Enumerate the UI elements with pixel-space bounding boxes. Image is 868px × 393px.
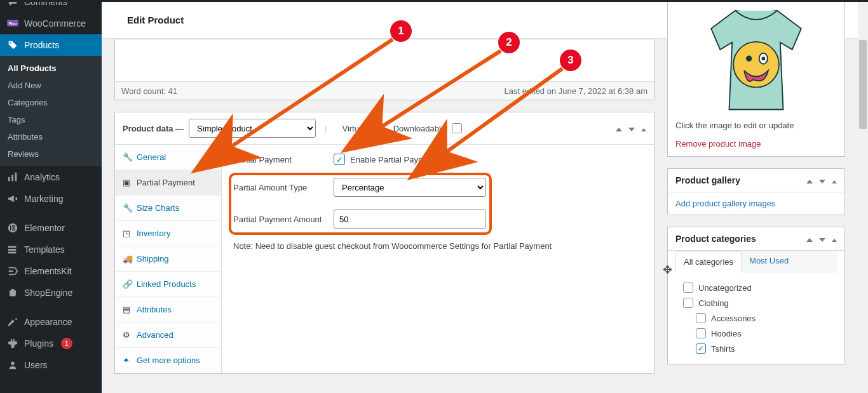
sidebar-item-label: ElementsKit <box>24 266 72 276</box>
svg-rect-3 <box>8 177 10 181</box>
category-tab-most-used[interactable]: Most Used <box>742 251 796 272</box>
subnav-attributes[interactable]: Attributes <box>0 128 102 145</box>
sidebar-item-woocommerce[interactable]: Woo WooCommerce <box>0 13 102 34</box>
wrench-icon: 🔧 <box>123 203 132 213</box>
sidebar-item-templates[interactable]: Templates <box>0 239 102 260</box>
annotation-badge-2: 2 <box>498 32 520 53</box>
truck-icon: 🚚 <box>123 254 132 263</box>
tab-size-charts[interactable]: 🔧Size Charts <box>115 196 221 221</box>
folder-icon: ▣ <box>123 178 132 187</box>
product-data-tabs: 🔧General ▣Partial Payment 🔧Size Charts ◳… <box>115 145 222 373</box>
svg-point-16 <box>762 57 766 60</box>
sidebar-item-shopengine[interactable]: ShopEngine <box>0 282 102 303</box>
panel-up-icon[interactable] <box>616 124 622 133</box>
woo-icon: Woo <box>6 17 19 30</box>
product-data-title: Product data — <box>123 124 184 133</box>
partial-amount-type-select[interactable]: Percentage <box>334 178 486 197</box>
attributes-icon: ▤ <box>123 305 132 314</box>
svg-rect-8 <box>12 225 15 227</box>
add-gallery-images-link[interactable]: Add product gallery images <box>675 199 776 208</box>
svg-point-14 <box>746 56 752 62</box>
product-image[interactable] <box>674 8 838 116</box>
tab-attributes[interactable]: ▤Attributes <box>115 297 221 323</box>
plugins-icon <box>6 337 19 350</box>
sidebar-item-label: WooCommerce <box>24 18 86 29</box>
annotation-badge-3: 3 <box>560 50 581 71</box>
subnav-all-products[interactable]: All Products <box>0 60 102 77</box>
sidebar-item-label: Marketing <box>24 194 63 204</box>
product-image-metabox: Click the image to edit or update Remove… <box>667 1 845 157</box>
category-item-uncategorized[interactable]: Uncategorized <box>683 280 829 295</box>
category-item-tshirts[interactable]: ✓Tshirts <box>683 341 829 356</box>
svg-rect-9 <box>12 227 15 229</box>
product-type-select[interactable]: Simple product <box>189 119 316 138</box>
tab-linked-products[interactable]: 🔗Linked Products <box>115 272 221 297</box>
downloadable-checkbox[interactable] <box>452 123 462 133</box>
panel-up-icon[interactable] <box>806 234 813 244</box>
sidebar-item-analytics[interactable]: Analytics <box>0 166 102 188</box>
link-icon: 🔗 <box>123 279 132 289</box>
templates-icon <box>6 243 19 256</box>
tab-inventory[interactable]: ◳Inventory <box>115 221 221 246</box>
edit-image-hint: Click the image to edit or update <box>675 121 837 130</box>
sidebar-item-comments[interactable]: Comments <box>0 0 102 13</box>
sidebar-item-marketing[interactable]: Marketing <box>0 188 102 210</box>
tab-shipping[interactable]: 🚚Shipping <box>115 246 221 272</box>
page-title: Edit Product <box>127 15 184 25</box>
gear-icon: ⚙ <box>123 330 132 340</box>
product-categories-metabox: Product categories All categories Most U… <box>667 227 845 364</box>
category-item-clothing[interactable]: Clothing <box>683 295 829 310</box>
tab-get-more-options[interactable]: ✦Get more options <box>115 348 221 373</box>
remove-image-link[interactable]: Remove product image <box>675 139 837 149</box>
field-label-amount: Partial Payment Amount <box>233 215 322 224</box>
sidebar-item-label: Elementor <box>24 223 65 233</box>
sidebar-item-label: Plugins <box>24 338 53 349</box>
category-tab-all[interactable]: All categories <box>675 251 742 272</box>
partial-payment-note: Note: Need to disable guest checkout fro… <box>233 241 642 251</box>
annotation-badge-1: 1 <box>390 20 412 42</box>
panel-collapse-icon[interactable] <box>832 176 837 185</box>
sidebar-item-label: ShopEngine <box>24 288 72 298</box>
panel-collapse-icon[interactable] <box>832 234 837 244</box>
svg-rect-7 <box>10 225 11 230</box>
field-label-partial-payment: Partial Payment <box>233 155 322 164</box>
svg-text:Woo: Woo <box>9 22 17 25</box>
subnav-tags[interactable]: Tags <box>0 111 102 128</box>
tab-partial-payment[interactable]: ▣Partial Payment <box>115 170 221 196</box>
category-item-accessories[interactable]: Accessories <box>683 310 829 326</box>
partial-payment-amount-input[interactable] <box>334 210 486 229</box>
product-gallery-metabox: Product gallery Add product gallery imag… <box>667 168 845 215</box>
subnav-add-new[interactable]: Add New <box>0 77 102 94</box>
sidebar-item-elementskit[interactable]: ElementsKit <box>0 260 102 282</box>
enable-partial-payment-checkbox[interactable]: ✓ <box>334 154 345 165</box>
panel-down-icon[interactable] <box>628 124 635 133</box>
move-cursor-icon: ✥ <box>663 263 672 277</box>
tab-general[interactable]: 🔧General <box>115 145 221 170</box>
users-icon <box>6 359 19 371</box>
subnav-categories[interactable]: Categories <box>0 94 102 111</box>
sidebar-item-plugins[interactable]: Plugins 1 <box>0 333 102 354</box>
categories-title: Product categories <box>675 234 756 244</box>
panel-down-icon[interactable] <box>819 234 825 244</box>
last-edited: Last edited on June 7, 2022 at 6:38 am <box>504 86 648 96</box>
panel-down-icon[interactable] <box>819 176 825 185</box>
vertical-scrollbar[interactable] <box>858 2 868 393</box>
enable-partial-payment-label: Enable Partial Payment <box>350 155 437 164</box>
sidebar-item-label: Users <box>24 360 48 370</box>
panel-up-icon[interactable] <box>806 176 813 185</box>
sidebar-item-users[interactable]: Users <box>0 354 102 376</box>
word-count: Word count: 41 <box>121 86 177 96</box>
sidebar-item-elementor[interactable]: Elementor <box>0 217 102 239</box>
tab-advanced[interactable]: ⚙Advanced <box>115 323 221 348</box>
megaphone-icon <box>6 192 19 205</box>
sidebar-item-products[interactable]: Products <box>0 34 102 56</box>
sidebar-item-appearance[interactable]: Appearance <box>0 311 102 333</box>
panel-collapse-icon[interactable] <box>641 124 646 133</box>
subnav-reviews[interactable]: Reviews <box>0 145 102 163</box>
inventory-icon: ◳ <box>123 229 132 238</box>
gallery-title: Product gallery <box>675 175 740 185</box>
category-item-hoodies[interactable]: Hoodies <box>683 326 829 341</box>
virtual-checkbox[interactable] <box>372 123 382 133</box>
products-submenu: All Products Add New Categories Tags Att… <box>0 56 102 166</box>
product-data-panel: Product data — Simple product | Virtual:… <box>114 112 654 374</box>
